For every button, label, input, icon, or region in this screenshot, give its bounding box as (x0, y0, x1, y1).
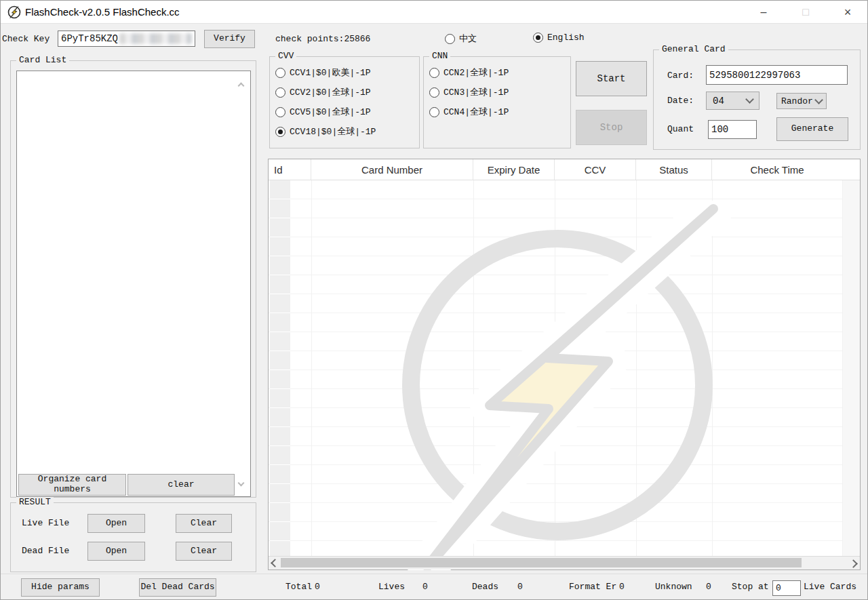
maximize-button[interactable]: □ (790, 2, 821, 22)
check-points-label: check points:25866 (275, 34, 370, 44)
title-bar[interactable]: FlashCheck-v2.0.5 FlashCheck.cc – □ × (1, 1, 867, 24)
radio-icon (275, 127, 285, 137)
unknown-value: 0 (706, 582, 711, 592)
dead-file-clear-button[interactable]: Clear (176, 542, 232, 561)
scroll-up-icon[interactable] (238, 83, 245, 89)
col-header-expiry-date[interactable]: Expiry Date (473, 159, 555, 180)
col-header-ccv[interactable]: CCV (555, 159, 636, 180)
cvv-group: CVV CCV1|$0|欧美|-1P CCV2|$0|全球|-1P CCV5|$… (269, 56, 420, 148)
live-file-clear-button[interactable]: Clear (176, 514, 232, 533)
live-cards-label: Live Cards (804, 582, 856, 592)
total-label: Total (285, 582, 312, 592)
card-list-group: Card List Organize card numbers clear (10, 60, 256, 498)
language-radio-zh[interactable]: 中文 (445, 33, 477, 45)
close-button[interactable]: × (832, 2, 863, 22)
general-card-group: General Card Card: 5295800122997063 Date… (653, 49, 861, 150)
stop-at-input[interactable]: 0 (772, 580, 801, 596)
scroll-left-icon[interactable] (269, 557, 279, 570)
deads-value: 0 (517, 582, 523, 592)
col-header-id[interactable]: Id (270, 159, 311, 180)
card-label: Card: (667, 71, 694, 81)
radio-icon (429, 87, 439, 98)
check-key-input[interactable]: 6PyTr85KZQ (58, 31, 195, 47)
card-list-title: Card List (16, 55, 69, 65)
start-button[interactable]: Start (576, 61, 647, 96)
cnn-option-3[interactable]: CCN3|全球|-1P (429, 86, 509, 98)
radio-icon (275, 87, 285, 98)
cnn-option-2[interactable]: CCN2|全球|-1P (429, 66, 509, 79)
radio-icon (445, 34, 455, 44)
generate-button[interactable]: Generate (776, 117, 848, 141)
scrollbar-thumb[interactable] (281, 558, 802, 567)
cvv-option-2[interactable]: CCV2|$0|全球|-1P (275, 86, 371, 98)
chevron-down-icon (814, 96, 823, 104)
format-er-value: 0 (619, 582, 625, 592)
lives-label: Lives (378, 582, 405, 592)
chevron-down-icon (745, 95, 754, 104)
minimize-button[interactable]: – (748, 2, 779, 22)
radio-icon (275, 68, 285, 78)
lives-value: 0 (422, 582, 428, 592)
card-list-box[interactable]: Organize card numbers clear (16, 71, 251, 497)
cvv-option-18[interactable]: CCV18|$0|全球|-1P (275, 125, 376, 138)
general-card-title: General Card (659, 44, 728, 54)
stop-at-label: Stop at (732, 582, 769, 592)
check-key-value: 6PyTr85KZQ (61, 33, 118, 44)
card-number-input[interactable]: 5295800122997063 (706, 65, 848, 85)
flashcheck-window: { "window": { "title": "FlashCheck-v2.0.… (0, 0, 868, 600)
cvv-title: CVV (275, 51, 296, 61)
dead-file-open-button[interactable]: Open (87, 542, 145, 561)
result-title: RESULT (16, 497, 54, 507)
results-table: Id Card Number Expiry Date CCV Status Ch… (268, 159, 861, 570)
dead-file-label: Dead File (22, 546, 69, 556)
hide-params-button[interactable]: Hide params (21, 578, 100, 597)
del-dead-cards-button[interactable]: Del Dead Cards (139, 578, 216, 597)
scroll-right-icon[interactable] (849, 557, 860, 570)
window-title: FlashCheck-v2.0.5 FlashCheck.cc (25, 6, 180, 18)
table-header-row: Id Card Number Expiry Date CCV Status Ch… (269, 159, 860, 180)
col-header-status[interactable]: Status (636, 159, 712, 180)
app-logo-icon (7, 5, 21, 19)
format-er-label: Format Er (569, 582, 616, 592)
check-key-label: Check Key (2, 34, 50, 44)
col-header-check-time[interactable]: Check Time (712, 159, 842, 180)
quant-label: Quant (667, 124, 694, 134)
deads-label: Deads (472, 582, 498, 592)
radio-icon (275, 107, 285, 117)
total-value: 0 (315, 582, 320, 592)
unknown-label: Unknown (655, 582, 692, 592)
radio-icon (429, 107, 439, 117)
flashcheck-watermark-icon (388, 201, 741, 570)
table-body (269, 180, 860, 556)
verify-button[interactable]: Verify (204, 30, 255, 48)
date-label: Date: (667, 96, 694, 106)
clear-cards-button[interactable]: clear (127, 474, 235, 496)
scroll-down-icon[interactable] (238, 480, 245, 487)
stop-button[interactable]: Stop (576, 110, 647, 145)
cvv-option-5[interactable]: CCV5|$0|全球|-1P (275, 106, 371, 118)
cnn-title: CNN (429, 51, 450, 61)
radio-icon (533, 33, 543, 43)
cnn-option-4[interactable]: CCN4|全球|-1P (429, 106, 509, 118)
col-header-card-number[interactable]: Card Number (311, 159, 473, 180)
organize-cards-button[interactable]: Organize card numbers (18, 474, 126, 496)
radio-icon (429, 68, 439, 78)
row-header-strip (270, 180, 290, 556)
cvv-option-1[interactable]: CCV1|$0|欧美|-1P (275, 66, 371, 79)
cnn-group: CNN CCN2|全球|-1P CCN3|全球|-1P CCN4|全球|-1P (423, 56, 571, 148)
result-group: RESULT Live File Open Clear Dead File Op… (10, 502, 256, 572)
random-mode-select[interactable]: Randor (776, 93, 827, 109)
live-file-label: Live File (22, 518, 69, 528)
language-radio-en[interactable]: English (533, 33, 585, 43)
date-select[interactable]: 04 (706, 92, 760, 110)
quant-input[interactable]: 100 (708, 120, 757, 139)
status-bar: Hide params Del Dead Cards Total 0 Lives… (1, 574, 867, 600)
live-file-open-button[interactable]: Open (87, 514, 145, 533)
check-key-redacted-blur (119, 33, 192, 44)
